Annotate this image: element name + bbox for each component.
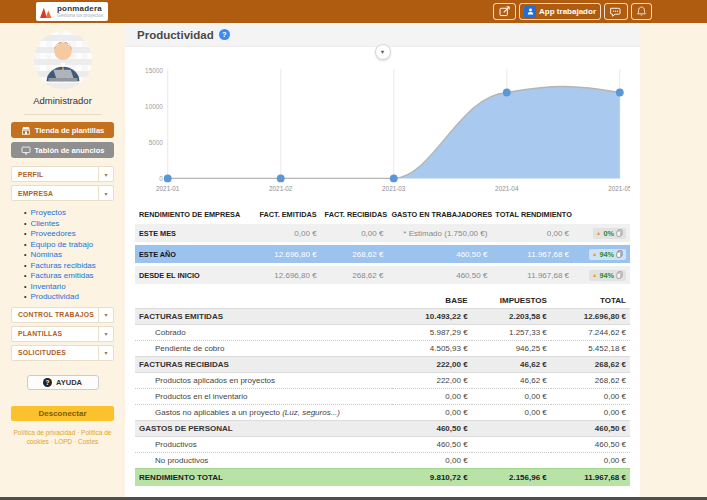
bullet-icon: • xyxy=(24,293,26,300)
data-point[interactable] xyxy=(503,89,511,97)
sidebar-section-plantillas[interactable]: PLANTILLAS ▾ xyxy=(11,326,114,342)
cell-value: 460,50 € xyxy=(392,421,471,437)
compose-button[interactable] xyxy=(493,3,516,20)
app-trabajador-button[interactable]: App trabajador xyxy=(519,3,601,20)
trend-badge[interactable]: ▲94% xyxy=(589,249,626,260)
table-row-desde-el-inicio: DESDE EL INICIO 12.696,80 € 268,62 € 460… xyxy=(135,266,630,284)
sidebar-section-solicitudes[interactable]: SOLICITUDES ▾ xyxy=(11,345,114,361)
data-point[interactable] xyxy=(616,89,624,97)
data-point[interactable] xyxy=(164,175,172,183)
row-label-note: (Luz, seguros...) xyxy=(282,408,340,417)
table-row-facturas-recibidas: FACTURAS RECIBIDAS 222,00 € 46,62 € 268,… xyxy=(135,357,630,373)
cell-value: 0,00 € xyxy=(551,453,630,469)
sidebar-item-label: Equipo de trabajo xyxy=(30,240,93,249)
collapse-panel-button[interactable]: ▼ xyxy=(375,44,391,60)
cell-value: 0,00 € xyxy=(254,224,321,242)
chevron-down-icon: ▾ xyxy=(98,308,113,322)
chevron-down-icon: ▾ xyxy=(98,186,113,200)
sidebar-item-proyectos[interactable]: •Proyectos xyxy=(24,208,125,219)
sidebar-item-facturas-recibidas[interactable]: •Facturas recibidas xyxy=(24,261,125,272)
bullet-icon: • xyxy=(24,209,26,216)
detail-header-row: BASE IMPUESTOS TOTAL xyxy=(135,293,630,309)
sidebar-item-label: Nóminas xyxy=(30,250,62,259)
sidebar-item-proveedores[interactable]: •Proveedores xyxy=(24,229,125,240)
data-point[interactable] xyxy=(390,175,398,183)
cell-value: 0,00 € xyxy=(472,389,551,405)
tienda-plantillas-button[interactable]: Tienda de plantillas xyxy=(11,122,114,138)
cell-value xyxy=(472,453,551,469)
tablon-anuncios-button[interactable]: Tablón de anuncios xyxy=(11,142,114,158)
row-label: No productivos xyxy=(135,453,392,469)
cell-value: 0,00 € xyxy=(321,224,388,242)
cell-value: 460,50 € xyxy=(551,421,630,437)
col-header: RENDIMIENTO DE EMPRESA xyxy=(135,207,254,221)
cell-value: 12.696,80 € xyxy=(254,245,321,263)
cell-value: 12.696,80 € xyxy=(551,309,630,325)
row-label: Cobrado xyxy=(135,325,392,341)
sidebar-item-nominas[interactable]: •Nóminas xyxy=(24,250,125,261)
sidebar-section-control-trabajos[interactable]: CONTROL TRABAJOS ▾ xyxy=(11,307,114,323)
row-label: FACTURAS EMITIDAS xyxy=(135,309,392,325)
messages-button[interactable] xyxy=(604,3,628,20)
up-arrow-icon: ▲ xyxy=(592,251,597,257)
store-icon xyxy=(21,126,31,135)
chevron-down-icon: ▾ xyxy=(98,346,113,360)
section-label: CONTROL TRABAJOS xyxy=(12,311,98,318)
avatar xyxy=(34,31,92,89)
bullet-icon: • xyxy=(24,251,26,258)
table-row-gastos-de-personal: GASTOS DE PERSONAL 460,50 € 460,50 € xyxy=(135,421,630,437)
app-trabajador-icon xyxy=(524,6,536,18)
help-icon[interactable]: ? xyxy=(219,29,230,40)
section-label: PERFIL xyxy=(12,171,98,178)
main-content: Productividad ? ▼ 15000 10000 5000 0 xyxy=(125,23,640,497)
cell-value: 0,00 € xyxy=(392,405,471,421)
cell-value: 2.203,58 € xyxy=(472,309,551,325)
legal-links: Política de privacidad · Política de coo… xyxy=(9,428,117,447)
x-tick: 2021-04 xyxy=(495,185,519,192)
trend-badge[interactable]: ▲94% xyxy=(589,270,626,281)
link-politica-privacidad[interactable]: Política de privacidad xyxy=(14,429,76,436)
sidebar-item-label: Productividad xyxy=(30,292,78,301)
data-point[interactable] xyxy=(277,175,285,183)
col-header: GASTO EN TRABAJADORES xyxy=(387,207,491,221)
sidebar-item-equipo-de-trabajo[interactable]: •Equipo de trabajo xyxy=(24,240,125,251)
y-tick: 10000 xyxy=(145,103,163,110)
cell-value: 946,25 € xyxy=(472,341,551,357)
desconectar-button[interactable]: Desconectar xyxy=(11,406,114,421)
sidebar-item-productividad[interactable]: •Productividad xyxy=(24,292,125,303)
copy-icon xyxy=(616,229,623,237)
ayuda-button[interactable]: ? AYUDA xyxy=(27,375,99,390)
sidebar-item-facturas-emitidas[interactable]: •Facturas emitidas xyxy=(24,271,125,282)
cell-value: 11.967,68 € xyxy=(491,245,573,263)
sidebar-item-clientes[interactable]: •Clientes xyxy=(24,219,125,230)
trend-badge[interactable]: ▲0% xyxy=(593,228,626,239)
logo[interactable]: ponmadera Gestiona tus proyectos xyxy=(36,2,108,21)
cell-value: 268,62 € xyxy=(321,245,388,263)
row-label: ESTE MES xyxy=(135,224,254,242)
percent-value: 94% xyxy=(599,271,614,280)
cell-value: 460,50 € xyxy=(387,266,491,284)
notifications-button[interactable] xyxy=(631,3,652,20)
col-header: IMPUESTOS xyxy=(472,293,551,309)
header-actions: App trabajador xyxy=(493,3,652,20)
bullet-icon: • xyxy=(24,272,26,279)
cell-value: 268,62 € xyxy=(321,266,388,284)
cell-value: 46,62 € xyxy=(472,357,551,373)
sidebar-item-label: Proveedores xyxy=(30,229,75,238)
sidebar-section-empresa[interactable]: EMPRESA ▾ xyxy=(11,185,114,201)
row-label: GASTOS DE PERSONAL xyxy=(135,421,392,437)
row-label: ESTE AÑO xyxy=(135,245,254,263)
question-mark-icon: ? xyxy=(43,378,52,387)
cell-value: 1.257,33 € xyxy=(472,325,551,341)
bell-icon xyxy=(636,5,647,18)
board-icon xyxy=(21,146,31,155)
row-label: Gastos no aplicables a un proyecto xyxy=(155,408,280,417)
link-costes[interactable]: Costes xyxy=(78,438,98,445)
sidebar-item-inventario[interactable]: •Inventario xyxy=(24,282,125,293)
cell-value: 11.967,68 € xyxy=(551,469,630,487)
cell-value: 9.810,72 € xyxy=(392,469,471,487)
ayuda-label: AYUDA xyxy=(56,378,82,387)
link-lopd[interactable]: LOPD xyxy=(55,438,73,445)
sidebar-section-perfil[interactable]: PERFIL ▾ xyxy=(11,166,114,182)
chevron-down-icon: ▾ xyxy=(98,327,113,341)
